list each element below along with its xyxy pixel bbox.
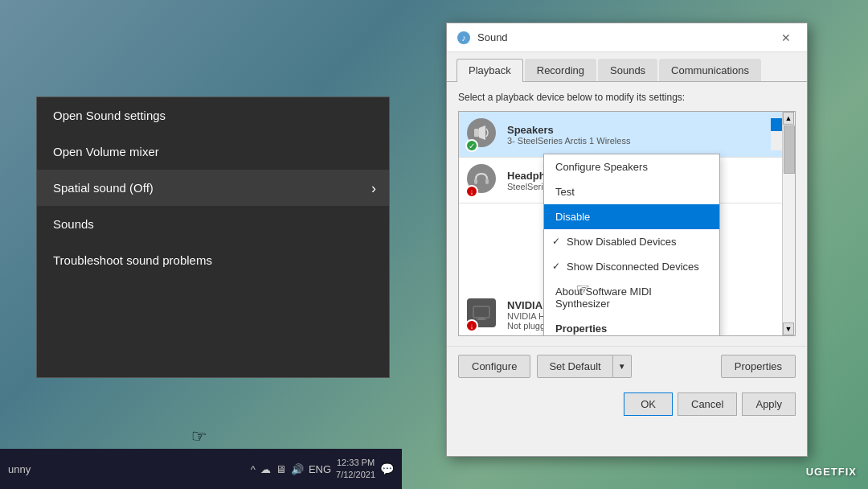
cloud-icon: ☁ xyxy=(260,463,271,475)
svg-rect-2 xyxy=(474,129,479,137)
ctx-configure-speakers[interactable]: Configure Speakers xyxy=(544,154,719,179)
taskbar-username: unny xyxy=(8,463,31,475)
context-menu-item-open-sound-settings[interactable]: Open Sound settings xyxy=(37,97,389,134)
svg-marker-3 xyxy=(479,125,485,140)
watermark: UGETFIX xyxy=(806,466,857,478)
speakers-icon: ✓ xyxy=(467,118,499,150)
headphones-status-badge: ↓ xyxy=(465,185,478,198)
svg-text:♪: ♪ xyxy=(461,33,466,43)
set-default-dropdown[interactable]: ▼ xyxy=(613,355,632,378)
dialog-tabs: Playback Recording Sounds Communications xyxy=(447,52,807,82)
taskbar-clock: 12:33 PM 7/12/2021 xyxy=(336,457,375,482)
notification-icon[interactable]: 💬 xyxy=(380,462,394,475)
context-menu-item-open-volume-mixer[interactable]: Open Volume mixer xyxy=(37,134,389,170)
ctx-show-disabled[interactable]: Show Disabled Devices xyxy=(544,229,719,254)
tab-recording[interactable]: Recording xyxy=(525,59,596,81)
sound-dialog-icon: ♪ xyxy=(457,31,471,45)
dialog-action-row: OK Cancel Apply xyxy=(447,386,807,424)
dialog-titlebar: ♪ Sound ✕ xyxy=(447,23,807,52)
speakers-info: Speakers 3- SteelSeries Arctis 1 Wireles… xyxy=(507,124,771,146)
dialog-bottom-buttons: Configure Set Default ▼ Properties xyxy=(447,346,807,386)
configure-button[interactable]: Configure xyxy=(458,355,530,378)
svg-rect-5 xyxy=(485,179,489,184)
tab-communications[interactable]: Communications xyxy=(659,59,761,81)
language-label: ENG xyxy=(309,463,331,475)
context-menu-item-troubleshoot[interactable]: Troubleshoot sound problems xyxy=(37,242,389,278)
svg-rect-4 xyxy=(474,179,477,184)
speakers-sub: 3- SteelSeries Arctis 1 Wireless xyxy=(507,136,771,146)
context-menu-item-spatial-sound[interactable]: Spatial sound (Off) xyxy=(37,170,389,206)
tab-sounds[interactable]: Sounds xyxy=(598,59,657,81)
network-icon: 🖥 xyxy=(276,463,286,475)
taskbar-system-tray: ^ ☁ 🖥 🔊 ENG 12:33 PM 7/12/2021 💬 xyxy=(251,457,394,482)
scroll-thumb[interactable] xyxy=(784,125,795,174)
speakers-name: Speakers xyxy=(507,124,771,136)
dialog-content: Select a playback device below to modify… xyxy=(447,82,807,346)
scroll-down-arrow[interactable]: ▼ xyxy=(783,323,794,335)
device-item-speakers[interactable]: ✓ Speakers 3- SteelSeries Arctis 1 Wirel… xyxy=(459,112,795,158)
nvidia-icon: ↓ xyxy=(467,298,499,331)
ok-button[interactable]: OK xyxy=(624,392,673,416)
sound-dialog: ♪ Sound ✕ Playback Recording Sounds Comm… xyxy=(446,23,808,457)
ctx-cursor-icon: ☞ xyxy=(575,278,591,298)
properties-button[interactable]: Properties xyxy=(721,355,796,378)
speakers-status-badge: ✓ xyxy=(465,139,478,152)
scroll-up-arrow[interactable]: ▲ xyxy=(783,112,794,125)
tab-playback[interactable]: Playback xyxy=(457,59,523,82)
dialog-close-button[interactable]: ✕ xyxy=(775,27,797,49)
svg-rect-6 xyxy=(473,306,489,318)
device-context-menu: Configure Speakers Test Disable Show Dis… xyxy=(543,154,720,336)
volume-icon[interactable]: 🔊 xyxy=(291,463,304,475)
dialog-instruction: Select a playback device below to modify… xyxy=(458,92,796,103)
ctx-test[interactable]: Test xyxy=(544,179,719,204)
dialog-title: Sound xyxy=(477,31,775,43)
ctx-disable[interactable]: Disable xyxy=(544,204,719,229)
chevron-up-icon[interactable]: ^ xyxy=(251,463,256,475)
hand-cursor-icon: ☞ xyxy=(190,425,208,448)
device-list: ✓ Speakers 3- SteelSeries Arctis 1 Wirel… xyxy=(458,111,796,336)
context-menu-item-sounds[interactable]: Sounds xyxy=(37,206,389,242)
svg-rect-7 xyxy=(478,318,485,319)
ctx-show-disconnected[interactable]: Show Disconnected Devices xyxy=(544,254,719,279)
context-menu-list: Open Sound settings Open Volume mixer Sp… xyxy=(37,97,389,278)
svg-rect-8 xyxy=(477,319,486,320)
nvidia-status-badge: ↓ xyxy=(465,319,478,332)
ctx-about-midi[interactable]: About Software MIDI Synthesizer xyxy=(544,279,719,316)
set-default-split: Set Default ▼ xyxy=(537,355,631,378)
apply-button[interactable]: Apply xyxy=(742,392,796,416)
ctx-properties[interactable]: Properties xyxy=(544,316,719,336)
taskbar: unny ^ ☁ 🖥 🔊 ENG 12:33 PM 7/12/2021 💬 xyxy=(0,449,402,489)
device-list-scrollbar[interactable]: ▲ ▼ xyxy=(782,112,795,335)
cancel-button[interactable]: Cancel xyxy=(678,392,737,416)
taskbar-context-menu: Open Sound settings Open Volume mixer Sp… xyxy=(36,97,390,378)
set-default-button[interactable]: Set Default xyxy=(537,355,612,378)
headphones-icon: ↓ xyxy=(467,164,499,196)
